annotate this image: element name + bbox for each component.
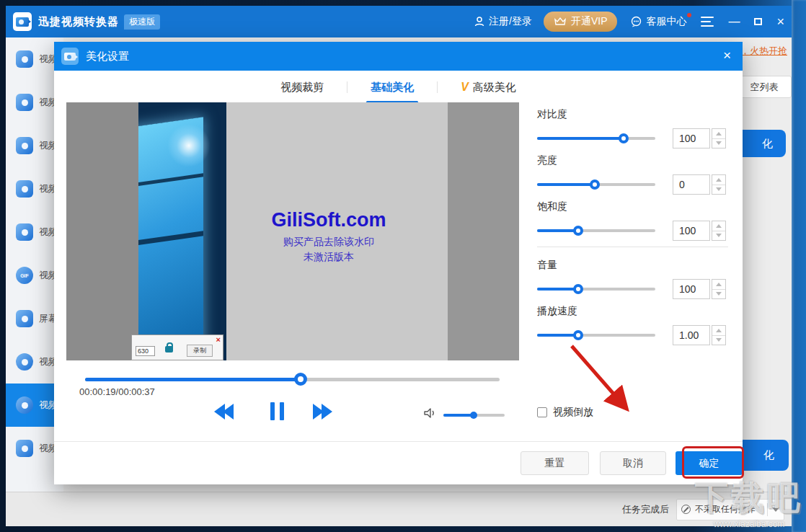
- spin-up-icon: [712, 280, 725, 290]
- video-gif-icon: GIF: [16, 267, 33, 284]
- contrast-value[interactable]: 100: [673, 128, 710, 148]
- saturation-value[interactable]: 100: [673, 221, 710, 241]
- contrast-label: 对比度: [537, 108, 728, 123]
- lock-icon: [165, 346, 173, 353]
- volume-handle[interactable]: [470, 412, 477, 419]
- dialog-title: 美化设置: [86, 50, 129, 63]
- gilisoft-watermark: GiliSoft.com 购买产品去除该水印 未激活版本: [235, 209, 422, 264]
- cancel-button[interactable]: 取消: [600, 451, 666, 475]
- fast-forward-button[interactable]: [315, 404, 332, 420]
- ok-button[interactable]: 确定: [676, 451, 743, 475]
- video-beautify-icon: [16, 396, 33, 414]
- brightness-value[interactable]: 0: [673, 174, 710, 195]
- volume-label: 音量: [537, 259, 728, 273]
- speed-slider[interactable]: [537, 334, 655, 337]
- speaker-icon: [423, 407, 438, 420]
- spin-up-icon: [712, 221, 725, 231]
- volume-setting-value[interactable]: 100: [673, 279, 710, 299]
- desktop-wallpaper-strip: [792, 0, 806, 532]
- video-compress-icon: [16, 94, 33, 111]
- preview-frame-image: [138, 102, 226, 360]
- playback-progress-slider[interactable]: [85, 378, 500, 381]
- speed-value[interactable]: 1.00: [673, 325, 710, 345]
- progress-handle[interactable]: [294, 373, 307, 386]
- promo-link[interactable]: ，火热开抢: [740, 45, 787, 58]
- video-preview: GiliSoft.com 购买产品去除该水印 未激活版本 × 630 录制: [66, 102, 519, 360]
- chevron-down-icon: [767, 503, 779, 516]
- preview-pillar-left: [66, 102, 138, 360]
- spin-down-icon: [712, 231, 725, 241]
- mini-size-field: 630: [136, 346, 155, 356]
- rewind-button[interactable]: [214, 404, 231, 420]
- dialog-footer: 重置 取消 确定: [54, 441, 743, 484]
- settings-divider: [537, 247, 728, 247]
- saturation-stepper[interactable]: [712, 221, 726, 241]
- video-merge-icon: [16, 223, 33, 241]
- dialog-header: 美化设置 ×: [54, 42, 743, 71]
- dialog-tabs: 视频裁剪 基础美化 V 高级美化: [54, 71, 743, 104]
- dialog-close-icon[interactable]: ×: [723, 48, 731, 63]
- after-task-label: 任务完成后: [622, 503, 669, 516]
- video-reverse-checkbox[interactable]: 视频倒放: [537, 406, 728, 419]
- person-icon: [474, 16, 485, 27]
- titlebar: 迅捷视频转换器 极速版 注册/登录 开通VIP 客服中心 — ×: [6, 6, 792, 37]
- app-logo-icon: [13, 12, 32, 31]
- spin-up-icon: [712, 175, 725, 185]
- tab-advanced-beautify[interactable]: V 高级美化: [456, 74, 521, 102]
- brightness-label: 亮度: [537, 154, 728, 169]
- spin-down-icon: [712, 290, 725, 299]
- volume-stepper[interactable]: [712, 279, 726, 299]
- brightness-slider[interactable]: [537, 183, 655, 186]
- vip-v-icon: V: [461, 81, 469, 94]
- menu-icon[interactable]: [701, 17, 714, 27]
- screen-record-icon: [16, 310, 33, 327]
- pause-button[interactable]: [270, 402, 284, 420]
- saturation-slider[interactable]: [537, 229, 655, 232]
- checkbox-box[interactable]: [537, 407, 547, 417]
- saturation-label: 饱和度: [537, 200, 728, 215]
- mini-record-button: 录制: [187, 345, 213, 357]
- spin-down-icon: [712, 139, 725, 148]
- app-title: 迅捷视频转换器: [38, 15, 119, 29]
- speed-label: 播放速度: [537, 305, 728, 319]
- dialog-app-icon: [61, 48, 79, 65]
- spin-up-icon: [712, 326, 725, 336]
- login-button[interactable]: 注册/登录: [474, 15, 532, 28]
- volume-slider[interactable]: [443, 414, 505, 417]
- preview-pillar-right: [448, 102, 519, 360]
- after-task-dropdown[interactable]: 不采取任何操作: [676, 499, 784, 520]
- video-download-icon: [16, 353, 33, 371]
- brightness-stepper[interactable]: [712, 174, 726, 195]
- settings-panel: 对比度 100 亮度 0 饱和度 100 音量 100 播放速度 1.00: [537, 102, 728, 419]
- clear-list-button[interactable]: 空列表: [737, 76, 792, 98]
- crown-icon: [554, 17, 567, 27]
- time-display: 00:00:19/00:00:37: [79, 386, 155, 397]
- video-watermark-icon: [16, 440, 33, 457]
- no-action-icon: [681, 505, 691, 514]
- close-button[interactable]: ×: [776, 16, 784, 27]
- tab-basic-beautify[interactable]: 基础美化: [366, 74, 418, 102]
- contrast-slider[interactable]: [537, 137, 655, 140]
- notification-dot: [687, 13, 691, 17]
- reset-button[interactable]: 重置: [521, 451, 589, 475]
- mini-close-icon: ×: [216, 335, 221, 344]
- bottom-bar: 任务完成后 不采取任何操作: [6, 492, 792, 526]
- minimize-button[interactable]: —: [728, 16, 740, 27]
- video-convert-icon: [16, 50, 33, 68]
- chat-icon: [630, 16, 642, 27]
- spin-down-icon: [712, 185, 725, 195]
- beautify-settings-dialog: 美化设置 × 视频裁剪 基础美化 V 高级美化 GiliSoft.com 购买产…: [54, 42, 743, 484]
- maximize-button[interactable]: [754, 18, 762, 25]
- spin-up-icon: [712, 129, 725, 139]
- video-split-icon: [16, 180, 33, 198]
- video-edit-icon: [16, 137, 33, 154]
- tab-video-crop[interactable]: 视频裁剪: [276, 74, 328, 102]
- spin-down-icon: [712, 336, 725, 345]
- volume-setting-slider[interactable]: [537, 288, 655, 291]
- preview-frame-background: GiliSoft.com 购买产品去除该水印 未激活版本: [226, 102, 448, 360]
- recorded-tool-window: × 630 录制: [131, 334, 223, 360]
- support-button[interactable]: 客服中心: [630, 15, 686, 28]
- contrast-stepper[interactable]: [712, 128, 726, 148]
- vip-button[interactable]: 开通VIP: [544, 12, 618, 32]
- speed-stepper[interactable]: [712, 325, 726, 345]
